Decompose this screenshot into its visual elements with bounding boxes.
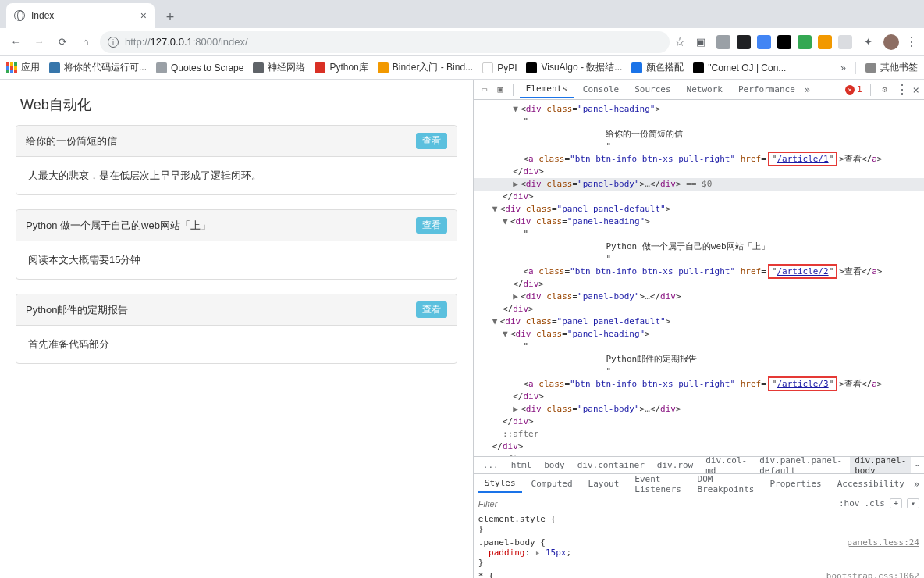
panel-title: Python邮件的定期报告 [26,303,128,317]
dom-href[interactable]: /article/2 [777,266,828,277]
panel-title: Python 做一个属于自己的web网站「上」 [26,219,211,233]
new-tab-button[interactable]: + [159,6,181,28]
styles-pane[interactable]: element.style { } panels.less:24 .panel-… [474,512,924,578]
cls-toggle[interactable]: .cls [864,498,885,508]
page-heading: Web自动化 [20,95,453,114]
other-bookmarks[interactable]: 其他书签 [865,61,918,74]
more-styles-icon[interactable]: ▾ [907,498,919,508]
dom-text: 给你的一份简短的信 [606,129,683,139]
url-path: :8000/index/ [193,36,248,48]
styles-tabs-more-icon[interactable]: » [914,479,919,490]
devtools-tab-console[interactable]: Console [577,81,625,98]
view-button[interactable]: 查看 [416,217,447,234]
ext-icon-3[interactable] [757,35,771,49]
dom-selected-marker: == $0 [681,179,713,189]
forward-button: → [30,33,48,52]
bookmark-item[interactable]: "Comet OJ | Con... [693,62,786,73]
devtools-tab-network[interactable]: Network [681,81,729,98]
devtools-menu-icon[interactable]: ⋮ [896,82,908,97]
devtools-tab-elements[interactable]: Elements [520,80,574,98]
article-panel: Python邮件的定期报告 查看 首先准备代码部分 [16,294,457,364]
extensions-icon[interactable]: ✦ [858,33,877,52]
url-host: 127.0.0.1 [151,36,193,48]
devtools-header: ▭ ▣ Elements Console Sources Network Per… [474,80,924,100]
dom-text: Python 做一个属于自己的web网站「上」 [606,241,769,252]
ext-icon-1[interactable] [716,35,730,49]
apps-label: 应用 [21,61,40,74]
dom-href[interactable]: /article/1 [777,154,828,164]
styles-tab-properties[interactable]: Properties [763,476,827,492]
ext-icon-4[interactable] [777,35,791,49]
reload-button[interactable]: ⟳ [53,33,72,52]
ext-icon-6[interactable] [818,35,832,49]
browser-toolbar: ← → ⟳ ⌂ i http://127.0.0.1:8000/index/ ☆… [0,28,924,56]
bookmark-item[interactable]: PyPI [482,62,517,73]
bookmark-item[interactable]: 神经网络 [253,61,305,74]
tab-strip: Index × + [0,0,924,28]
settings-icon[interactable]: ⚙ [879,84,891,96]
panel-heading: Python 做一个属于自己的web网站「上」 查看 [16,210,457,241]
elements-tree[interactable]: ▼<div class="panel-heading"> " 给你的一份简短的信… [474,100,924,456]
apps-shortcut[interactable]: 应用 [6,61,40,74]
tab-close-icon[interactable]: × [140,9,147,22]
panel-heading: 给你的一份简短的信 查看 [16,126,457,157]
bookmark-item[interactable]: 将你的代码运行可... [49,61,147,74]
globe-icon [14,10,25,21]
close-devtools-icon[interactable]: × [913,84,919,96]
bookmarks-bar: 应用 将你的代码运行可... Quotes to Scrape 神经网络 Pyt… [0,56,924,80]
styles-tabs: Styles Computed Layout Event Listeners D… [474,473,924,494]
panel-title: 给你的一份简短的信 [26,134,117,148]
bookmark-overflow-icon[interactable]: » [840,62,846,73]
profile-avatar[interactable] [883,34,899,50]
panel-body: 人最大的悲哀，是在低层次上早早形成了逻辑闭环。 [16,157,457,194]
bookmark-item[interactable]: 颜色搭配 [631,61,684,74]
camera-icon[interactable]: ▣ [691,33,710,52]
dom-href[interactable]: /article/3 [777,379,828,389]
hov-toggle[interactable]: :hov [839,498,860,508]
browser-menu-icon[interactable]: ⋮ [905,34,918,49]
address-bar[interactable]: i http://127.0.0.1:8000/index/ [100,31,670,53]
styles-tab-layout[interactable]: Layout [582,476,626,492]
url-scheme: http:// [125,36,151,48]
bookmark-item[interactable]: Quotes to Scrape [156,62,243,73]
style-source-link[interactable]: panels.less:24 [847,537,919,548]
styles-filter-bar: :hov .cls + ▾ [474,494,924,512]
view-button[interactable]: 查看 [416,133,447,149]
ext-icon-5[interactable] [798,35,812,49]
ext-icon-7[interactable] [838,35,852,49]
device-toggle-icon[interactable]: ▣ [494,84,506,96]
bookmark-item[interactable]: Python库 [315,61,368,74]
style-source-link[interactable]: bootstrap.css:1062 [826,571,919,578]
panel-body: 首先准备代码部分 [16,326,457,363]
page-viewport: Web自动化 给你的一份简短的信 查看 人最大的悲哀，是在低层次上早早形成了逻辑… [0,80,473,578]
styles-tab-styles[interactable]: Styles [478,475,522,493]
back-button[interactable]: ← [6,33,25,52]
styles-filter-input[interactable] [478,499,759,508]
ext-icon-2[interactable] [737,35,751,49]
panel-body: 阅读本文大概需要15分钟 [16,241,457,279]
devtools-tab-sources[interactable]: Sources [628,81,677,98]
bookmark-item[interactable]: VisuAlgo - 数据结... [526,61,622,74]
bookmark-item[interactable]: Binder入门 - Bind... [378,61,473,74]
style-selector: .panel-body [478,537,535,548]
tab-title: Index [31,10,54,21]
home-button[interactable]: ⌂ [76,33,95,52]
view-button[interactable]: 查看 [416,301,447,318]
article-panel: Python 做一个属于自己的web网站「上」 查看 阅读本文大概需要15分钟 [16,209,457,280]
devtools-panel: ▭ ▣ Elements Console Sources Network Per… [473,80,924,578]
devtools-tab-performance[interactable]: Performance [732,81,801,98]
folder-icon [865,63,876,73]
site-info-icon[interactable]: i [108,37,119,48]
bookmark-star-icon[interactable]: ☆ [674,34,685,49]
crumb-more-icon[interactable]: ⋯ [914,460,919,470]
inspect-icon[interactable]: ▭ [478,84,491,96]
error-badge[interactable]: ×1 [845,84,862,95]
article-panel: 给你的一份简短的信 查看 人最大的悲哀，是在低层次上早早形成了逻辑闭环。 [16,125,457,195]
dom-text: Python邮件的定期报告 [606,354,697,364]
new-style-rule-icon[interactable]: + [890,498,902,508]
style-selector: element.style [478,514,546,524]
browser-tab[interactable]: Index × [6,3,155,28]
styles-tab-computed[interactable]: Computed [525,476,579,492]
styles-tab-accessibility[interactable]: Accessibility [831,476,911,492]
devtools-tabs-more-icon[interactable]: » [805,84,810,95]
